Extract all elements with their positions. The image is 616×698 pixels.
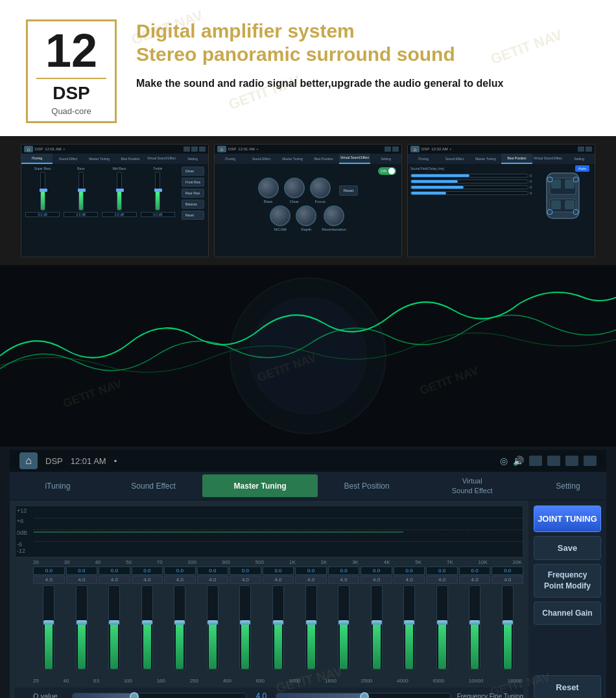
wave-section: GETIT NAV GETIT NAV GETIT NAV <box>0 265 616 447</box>
eq-val-bot-3: 4.0 <box>99 576 130 584</box>
tab-sound-effect[interactable]: Sound Effect <box>106 472 202 500</box>
minimize-icon <box>565 456 578 466</box>
eq-val-bot-2: 4.0 <box>66 576 98 584</box>
statusbar-time: 12:01 AM <box>71 456 106 466</box>
home-icon[interactable]: ⌂ <box>19 452 38 469</box>
top-section: GETIT NAV GETIT NAV GETIT NAV 12 DSP Qua… <box>0 0 616 136</box>
eq-val-top-6: 0.0 <box>197 566 229 575</box>
statusbar-app: DSP <box>45 456 63 466</box>
eq-val-top-8: 0.0 <box>263 566 294 575</box>
eq-val-bot-8: 4.0 <box>263 576 294 584</box>
freq-fine-tuning-slider[interactable] <box>276 693 450 698</box>
eq-label-minus6: -6 <box>17 541 22 548</box>
dsp-badge: 12 DSP Quad-core <box>26 19 117 123</box>
eq-slider-11[interactable] <box>361 585 392 676</box>
q-slider[interactable] <box>72 693 246 698</box>
freq-fine-tuning-label: Frequency Fine Tuning <box>457 692 523 699</box>
tab-setting[interactable]: Setting <box>530 472 606 500</box>
q-value: 4.0 <box>253 692 269 698</box>
eq-val-top-10: 0.0 <box>328 566 360 575</box>
screenshot-virtual: ⌂ DSP12:01 AM• iTuning Sound Effect Mast… <box>214 144 402 257</box>
eq-val-bot-9: 4.0 <box>295 576 327 584</box>
value-boxes-bot: 4.0 4.0 4.0 4.0 4.0 4.0 4.0 4.0 4.0 4.0 … <box>15 576 523 584</box>
eq-val-top-7: 0.0 <box>230 566 261 575</box>
eq-label-plus6: +6 <box>17 518 23 524</box>
channel-gain-button[interactable]: Channel Gain <box>534 601 601 625</box>
eq-slider-14[interactable] <box>459 585 491 676</box>
main-title-line2: Stereo panoramic surround sound <box>136 43 590 66</box>
tab-virtual-sound-effect[interactable]: VirtualSound Effect <box>415 472 530 500</box>
badge-sublabel: Quad-core <box>51 106 91 116</box>
eq-val-bot-10: 4.0 <box>328 576 360 584</box>
eq-slider-5[interactable] <box>164 585 196 676</box>
eq-val-top-5: 0.0 <box>164 566 196 575</box>
eq-val-top-15: 0.0 <box>492 566 523 575</box>
eq-slider-10[interactable] <box>328 585 360 676</box>
eq-val-top-14: 0.0 <box>459 566 491 575</box>
eq-val-bot-12: 4.0 <box>394 576 425 584</box>
eq-val-bot-13: 4.0 <box>426 576 458 584</box>
eq-label-minus12: -12 <box>17 548 25 554</box>
reset-button[interactable]: Reset <box>534 675 601 698</box>
eq-val-bot-6: 4.0 <box>197 576 229 584</box>
joint-tuning-button[interactable]: JOINT TUNING <box>534 506 601 532</box>
screenshot-best-position: ⌂ DSP12:02 AM• iTuning Sound Effect Mast… <box>407 144 595 257</box>
main-nav: iTuning Sound Effect Master Tuning Best … <box>10 472 606 500</box>
screenshot-ituning: ⌂ DSP12:01 AM• iTuning Sound Effect Mast… <box>21 144 209 257</box>
tab-ituning[interactable]: iTuning <box>10 472 106 500</box>
eq-val-top-13: 0.0 <box>426 566 458 575</box>
screenshots-row: ⌂ DSP12:01 AM• iTuning Sound Effect Mast… <box>0 136 616 265</box>
freq-bot-labels: 25 40 63 100 160 250 400 630 1000 1600 2… <box>15 678 523 684</box>
volume-icon: 🔊 <box>513 456 524 466</box>
eq-grid: +12 +6 0dB -6 -12 <box>15 506 523 557</box>
main-title: Digital amplifier system Stereo panorami… <box>136 19 590 66</box>
q-value-row: Q value 4.0 Frequency Fine Tuning <box>15 688 523 698</box>
eq-val-bot-1: 4.0 <box>33 576 65 584</box>
q-slider-thumb[interactable] <box>130 692 139 698</box>
main-panel-container: ⌂ DSP 12:01 AM • ◎ 🔊 iTuning Sound Effec… <box>0 447 616 698</box>
eq-slider-13[interactable] <box>426 585 458 676</box>
eq-label-0db: 0dB <box>17 529 27 536</box>
svg-rect-3 <box>551 200 561 209</box>
eq-sliders-container <box>15 585 523 676</box>
main-statusbar: ⌂ DSP 12:01 AM • ◎ 🔊 <box>10 450 606 472</box>
wave-svg: GETIT NAV GETIT NAV GETIT NAV <box>0 265 616 447</box>
freq-point-modify-button[interactable]: Frequency Point Modify <box>534 564 601 598</box>
save-button[interactable]: Save <box>534 536 601 560</box>
title-section: Digital amplifier system Stereo panorami… <box>136 19 590 91</box>
tab-best-position[interactable]: Best Position <box>319 472 415 500</box>
eq-val-bot-11: 4.0 <box>361 576 392 584</box>
eq-val-top-9: 0.0 <box>295 566 327 575</box>
eq-val-top-3: 0.0 <box>99 566 130 575</box>
eq-slider-6[interactable] <box>197 585 229 676</box>
eq-slider-7[interactable] <box>230 585 261 676</box>
eq-label-plus12: +12 <box>17 507 27 514</box>
freq-top-labels: 20 30 40 50 70 200 300 500 1K 2K 3K 4K 5… <box>15 559 523 565</box>
eq-val-bot-4: 4.0 <box>132 576 163 584</box>
eq-slider-3[interactable] <box>99 585 130 676</box>
eq-val-top-1: 0.0 <box>33 566 65 575</box>
eq-slider-1[interactable] <box>33 585 65 676</box>
right-panel: JOINT TUNING Save Frequency Point Modify… <box>528 500 606 698</box>
eq-val-bot-7: 4.0 <box>230 576 261 584</box>
eq-slider-15[interactable] <box>492 585 523 676</box>
svg-rect-5 <box>551 180 561 189</box>
eq-val-bot-14: 4.0 <box>459 576 491 584</box>
eq-val-top-11: 0.0 <box>361 566 392 575</box>
eq-slider-8[interactable] <box>263 585 294 676</box>
freq-fine-tuning-thumb[interactable] <box>360 692 369 698</box>
badge-number: 12 <box>45 27 97 74</box>
statusbar-dot: • <box>114 456 117 466</box>
location-icon: ◎ <box>500 456 508 466</box>
tab-master-tuning[interactable]: Master Tuning <box>202 474 317 497</box>
back-icon <box>584 456 597 466</box>
eq-slider-9[interactable] <box>295 585 327 676</box>
eq-slider-12[interactable] <box>394 585 425 676</box>
value-boxes-top: 0.0 0.0 0.0 0.0 0.0 0.0 0.0 0.0 0.0 0.0 … <box>15 566 523 575</box>
svg-rect-6 <box>565 180 575 189</box>
eq-val-top-2: 0.0 <box>66 566 98 575</box>
eq-slider-2[interactable] <box>66 585 98 676</box>
svg-rect-4 <box>565 200 575 209</box>
eq-slider-4[interactable] <box>132 585 163 676</box>
eq-val-bot-5: 4.0 <box>164 576 196 584</box>
